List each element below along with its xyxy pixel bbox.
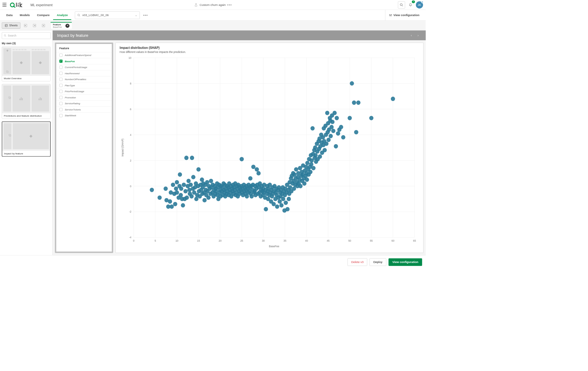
model-select-value: v03_LGBMC_00_06 — [82, 13, 109, 17]
chevron-down-icon: ⌄ — [135, 13, 137, 17]
svg-point-3 — [18, 3, 19, 4]
model-select-dropdown[interactable]: v03_LGBMC_00_06 ⌄ — [75, 11, 140, 19]
checkbox-icon — [59, 72, 63, 75]
feature-row[interactable]: CurrentPeriodUsage — [56, 64, 112, 70]
svg-point-337 — [318, 154, 322, 159]
svg-point-373 — [356, 101, 361, 105]
search-button[interactable] — [398, 1, 405, 8]
checkbox-icon — [59, 102, 63, 105]
svg-text:5: 5 — [154, 239, 156, 242]
feature-row[interactable]: PlanType — [56, 82, 112, 88]
svg-text:20: 20 — [219, 239, 222, 242]
svg-point-323 — [310, 126, 315, 131]
feature-row[interactable]: NumberOfPenalties — [56, 76, 112, 82]
svg-point-12 — [390, 15, 391, 16]
sheet-card[interactable]: Impact by feature — [2, 121, 51, 157]
svg-text:65: 65 — [413, 239, 416, 242]
svg-point-370 — [350, 81, 354, 86]
sheet-card[interactable]: Model Overview — [2, 47, 51, 81]
svg-point-5 — [400, 3, 402, 6]
svg-point-365 — [336, 131, 340, 136]
sheet-card[interactable]: Predictions and feature distribution — [2, 84, 51, 119]
clear-selections-icon[interactable] — [40, 22, 47, 29]
svg-point-289 — [292, 187, 296, 191]
svg-point-95 — [181, 203, 185, 208]
selection-forward-icon[interactable] — [31, 22, 38, 29]
deploy-button[interactable]: Deploy — [370, 258, 386, 266]
svg-point-82 — [170, 205, 174, 209]
svg-rect-25 — [22, 98, 23, 100]
sheet-card-label: Impact by feature — [2, 151, 50, 156]
svg-point-83 — [171, 183, 175, 187]
tab-compare[interactable]: Compare — [33, 10, 53, 20]
svg-rect-23 — [20, 99, 20, 100]
view-configuration-button[interactable]: View configuration — [388, 258, 422, 266]
feature-row[interactable]: BaseFee — [56, 58, 112, 64]
svg-rect-2 — [16, 2, 17, 7]
my-own-heading: My own (3) — [2, 42, 51, 45]
svg-point-105 — [188, 183, 193, 187]
svg-point-368 — [341, 135, 345, 140]
selection-chip-close-icon[interactable]: ✕ — [66, 24, 70, 28]
svg-point-87 — [175, 190, 179, 195]
svg-point-113 — [194, 197, 199, 201]
svg-point-328 — [313, 145, 318, 150]
svg-text:-4: -4 — [129, 236, 132, 239]
feature-row[interactable]: HasRenewed — [56, 70, 112, 76]
svg-point-314 — [305, 161, 309, 165]
svg-line-6 — [402, 5, 403, 6]
svg-text:-2: -2 — [129, 210, 132, 213]
svg-point-374 — [369, 116, 374, 120]
selection-back-icon[interactable] — [22, 22, 29, 29]
feature-row[interactable]: Promotion — [56, 94, 112, 101]
svg-point-266 — [279, 203, 284, 208]
svg-point-93 — [179, 187, 184, 191]
scatter-chart[interactable]: 05101520253035404550556065-4-20246810Bas… — [120, 55, 419, 250]
svg-point-358 — [330, 125, 334, 129]
svg-rect-28 — [41, 98, 42, 100]
svg-point-76 — [158, 196, 162, 200]
svg-text:2: 2 — [130, 159, 132, 162]
tab-analyze[interactable]: Analyze — [53, 10, 71, 20]
svg-point-100 — [185, 196, 189, 200]
feature-row[interactable]: ServiceRating — [56, 100, 112, 106]
selection-chip-feature[interactable]: Feature BaseFee ✕ — [50, 22, 72, 29]
feature-row[interactable]: ServiceTickets — [56, 106, 112, 113]
feature-row[interactable]: AdditionalFeatureSpend — [56, 52, 112, 58]
svg-point-223 — [257, 171, 261, 175]
feature-row[interactable]: StartWeek — [56, 112, 112, 119]
prev-sheet-button[interactable]: ‹ — [408, 32, 414, 38]
sheets-search-input[interactable]: Search — [2, 32, 51, 39]
svg-point-109 — [191, 175, 196, 179]
svg-text:40: 40 — [305, 239, 308, 242]
svg-point-92 — [179, 193, 183, 197]
tab-models[interactable]: Models — [16, 10, 33, 20]
svg-point-21 — [4, 35, 6, 36]
svg-point-308 — [302, 181, 307, 186]
svg-point-102 — [186, 179, 191, 183]
next-sheet-button[interactable]: › — [415, 32, 421, 38]
svg-text:10: 10 — [175, 239, 179, 242]
checkbox-icon — [59, 114, 63, 117]
svg-point-349 — [324, 141, 329, 146]
svg-point-80 — [168, 199, 172, 204]
document-menu-icon[interactable] — [227, 4, 231, 5]
svg-rect-27 — [40, 97, 41, 100]
svg-point-220 — [255, 167, 259, 171]
model-menu-icon[interactable] — [144, 15, 148, 15]
view-configuration-link[interactable]: View configuration — [385, 10, 423, 20]
svg-point-130 — [205, 180, 210, 184]
checkbox-icon — [59, 66, 63, 69]
checkbox-icon — [59, 60, 63, 63]
svg-point-121 — [200, 178, 204, 182]
delete-button[interactable]: Delete v3 — [348, 258, 367, 266]
apps-menu-icon[interactable] — [3, 2, 7, 7]
notifications-button[interactable]: 7 — [407, 1, 414, 8]
chart-subtitle: How different values in BaseFee impacts … — [120, 50, 419, 54]
tab-data[interactable]: Data — [3, 10, 16, 20]
user-avatar[interactable]: JK — [416, 1, 423, 8]
checkbox-icon — [59, 108, 63, 111]
feature-row[interactable]: PriorPeriodUsage — [56, 88, 112, 94]
sheets-button[interactable]: Sheets — [2, 22, 20, 28]
svg-text:Impact (SHAP): Impact (SHAP) — [121, 139, 124, 157]
